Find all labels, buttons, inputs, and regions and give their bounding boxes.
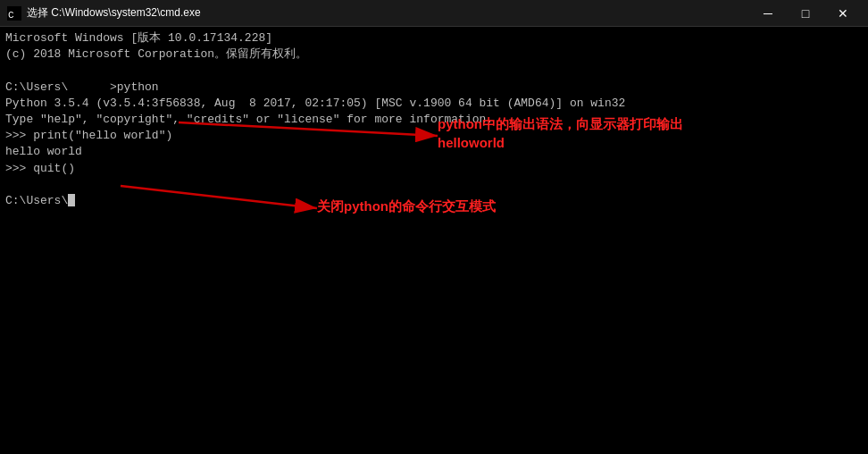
close-button[interactable]: ✕ bbox=[825, 1, 861, 26]
terminal-line-4: C:\Users\ >python bbox=[5, 80, 863, 96]
title-bar-left: C 选择 C:\Windows\system32\cmd.exe bbox=[7, 5, 201, 21]
window-controls: ─ □ ✕ bbox=[750, 1, 861, 26]
cursor bbox=[68, 194, 75, 206]
terminal-line-3 bbox=[5, 63, 863, 79]
terminal-line-8: hello world bbox=[5, 144, 863, 160]
cmd-icon: C bbox=[7, 6, 21, 21]
minimize-button[interactable]: ─ bbox=[750, 1, 786, 26]
terminal-line-2: (c) 2018 Microsoft Corporation。保留所有权利。 bbox=[5, 46, 863, 63]
terminal-line-7: >>> print("hello world") bbox=[5, 128, 863, 144]
window-title: 选择 C:\Windows\system32\cmd.exe bbox=[27, 5, 201, 21]
terminal-line-5: Python 3.5.4 (v3.5.4:3f56838, Aug 8 2017… bbox=[5, 96, 863, 112]
terminal-line-1: Microsoft Windows [版本 10.0.17134.228] bbox=[5, 30, 863, 46]
terminal-line-11: C:\Users\ bbox=[5, 193, 863, 209]
maximize-button[interactable]: □ bbox=[788, 1, 823, 26]
terminal-line-10 bbox=[5, 177, 863, 193]
title-bar: C 选择 C:\Windows\system32\cmd.exe ─ □ ✕ bbox=[0, 0, 868, 27]
terminal-window[interactable]: Microsoft Windows [版本 10.0.17134.228] (c… bbox=[0, 27, 868, 454]
terminal-line-9: >>> quit() bbox=[5, 161, 863, 177]
terminal-line-6: Type "help", "copyright", "credits" or "… bbox=[5, 112, 863, 128]
svg-text:C: C bbox=[8, 10, 14, 21]
